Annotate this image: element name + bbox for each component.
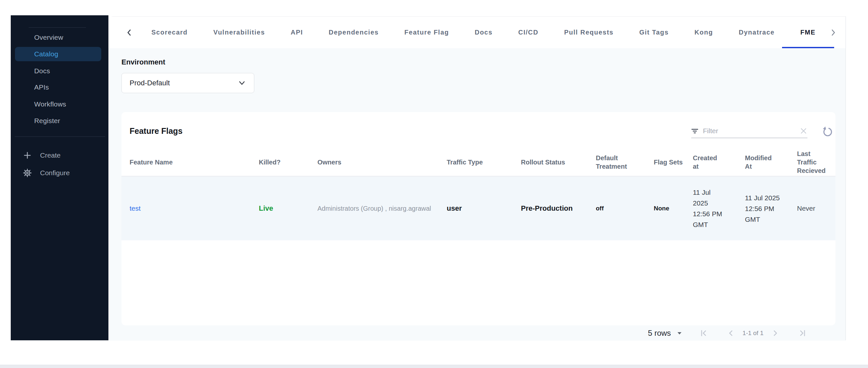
tabs-scroll-left-button[interactable] bbox=[123, 28, 136, 37]
cell-traffic-type: user bbox=[439, 176, 513, 240]
sidebar-item-catalog[interactable]: Catalog bbox=[15, 47, 101, 61]
feature-flags-table: Feature Name Killed? Owners Traffic Type… bbox=[121, 149, 835, 240]
sidebar-divider-bottom bbox=[14, 136, 105, 137]
tab-docs[interactable]: Docs bbox=[475, 17, 493, 48]
column-header-flag-sets: Flag Sets bbox=[646, 149, 685, 176]
sidebar-item-label: Overview bbox=[34, 34, 63, 41]
cell-feature-name: test bbox=[121, 176, 251, 240]
column-header-rollout-status: Rollout Status bbox=[513, 149, 588, 176]
cell-owners: Administrators (Group) , nisarg.agrawal bbox=[309, 176, 439, 240]
sidebar-item-label: Register bbox=[34, 117, 60, 125]
tab-dynatrace[interactable]: Dynatrace bbox=[739, 17, 775, 48]
chevron-right-icon bbox=[830, 28, 837, 37]
tabs-scroll-right-button[interactable] bbox=[827, 28, 840, 37]
main-panel: Scorecard Vulnerabilities API Dependenci… bbox=[108, 16, 846, 340]
tab-pull-requests[interactable]: Pull Requests bbox=[564, 17, 614, 48]
cell-last-traffic: Never bbox=[789, 176, 835, 240]
column-header-default-treatment: Default Treatment bbox=[588, 149, 646, 176]
filter-field bbox=[691, 124, 807, 138]
tabs: Scorecard Vulnerabilities API Dependenci… bbox=[151, 17, 815, 48]
table-row: test Live Administrators (Group) , nisar… bbox=[121, 176, 835, 240]
sidebar-create-label: Create bbox=[40, 151, 61, 159]
environment-select[interactable]: Prod-Default bbox=[121, 73, 254, 93]
refresh-button[interactable] bbox=[821, 125, 834, 138]
first-page-icon bbox=[699, 329, 708, 338]
sidebar-configure-label: Configure bbox=[40, 169, 70, 177]
rows-per-page-value: 5 rows bbox=[648, 329, 671, 338]
tab-git-tags[interactable]: Git Tags bbox=[639, 17, 669, 48]
tab-dependencies[interactable]: Dependencies bbox=[329, 17, 379, 48]
cell-created-at: 11 Jul 2025 12:56 PM GMT bbox=[685, 176, 737, 240]
sidebar-divider-top bbox=[29, 27, 86, 28]
next-page-button[interactable] bbox=[769, 329, 782, 338]
filter-icon bbox=[691, 128, 699, 134]
sidebar: Overview Catalog Docs APIs Workflows Reg… bbox=[11, 15, 108, 340]
sidebar-item-docs[interactable]: Docs bbox=[11, 64, 108, 78]
card-title: Feature Flags bbox=[130, 126, 183, 136]
sidebar-item-label: Workflows bbox=[34, 100, 66, 108]
pagination-range-label: 1-1 of 1 bbox=[743, 330, 764, 337]
cell-default-treatment: off bbox=[588, 176, 646, 240]
column-header-last-traffic-recieved: Last Traffic Recieved bbox=[789, 149, 835, 176]
column-header-created-at: Created at bbox=[685, 149, 737, 176]
environment-selected-value: Prod-Default bbox=[130, 79, 170, 87]
sidebar-item-workflows[interactable]: Workflows bbox=[11, 97, 108, 111]
tab-api[interactable]: API bbox=[291, 17, 303, 48]
chevron-down-icon bbox=[238, 80, 246, 86]
tab-kong[interactable]: Kong bbox=[694, 17, 713, 48]
gear-icon bbox=[23, 168, 32, 178]
sidebar-item-label: APIs bbox=[34, 83, 49, 91]
sidebar-item-register[interactable]: Register bbox=[11, 114, 108, 128]
cell-killed: Live bbox=[251, 176, 309, 240]
content-area: Environment Prod-Default Feature Flags bbox=[108, 48, 845, 341]
tab-feature-flag[interactable]: Feature Flag bbox=[404, 17, 449, 48]
sidebar-item-label: Catalog bbox=[34, 50, 58, 58]
table-header-row: Feature Name Killed? Owners Traffic Type… bbox=[121, 149, 835, 176]
feature-name-link[interactable]: test bbox=[130, 205, 141, 212]
environment-label: Environment bbox=[121, 58, 165, 66]
column-header-feature-name: Feature Name bbox=[121, 149, 251, 176]
cell-rollout-status: Pre-Production bbox=[513, 176, 588, 240]
sidebar-item-overview[interactable]: Overview bbox=[11, 30, 108, 44]
rows-per-page-select[interactable]: 5 rows bbox=[648, 329, 682, 338]
bottom-edge-divider bbox=[0, 365, 868, 368]
dropdown-caret-icon bbox=[677, 332, 682, 335]
column-header-killed: Killed? bbox=[251, 149, 309, 176]
last-page-button[interactable] bbox=[796, 329, 809, 338]
clear-filter-icon[interactable] bbox=[800, 127, 807, 135]
tab-scorecard[interactable]: Scorecard bbox=[151, 17, 188, 48]
chevron-left-icon bbox=[726, 329, 736, 338]
sidebar-create-button[interactable]: Create bbox=[11, 148, 108, 163]
pagination-bar: 5 rows 1-1 of 1 bbox=[108, 325, 845, 341]
refresh-icon bbox=[821, 125, 834, 138]
previous-page-button[interactable] bbox=[724, 329, 738, 338]
feature-flags-card: Feature Flags bbox=[121, 112, 835, 325]
filter-input[interactable] bbox=[703, 127, 795, 135]
cell-flag-sets: None bbox=[646, 176, 685, 240]
column-header-traffic-type: Traffic Type bbox=[439, 149, 513, 176]
column-header-owners: Owners bbox=[309, 149, 439, 176]
tab-vulnerabilities[interactable]: Vulnerabilities bbox=[213, 17, 265, 48]
chevron-right-icon bbox=[771, 329, 780, 338]
tab-fme[interactable]: FME bbox=[800, 17, 815, 48]
first-page-button[interactable] bbox=[697, 329, 710, 338]
sidebar-item-apis[interactable]: APIs bbox=[11, 80, 108, 94]
sidebar-item-label: Docs bbox=[34, 67, 50, 75]
plus-icon bbox=[23, 151, 32, 160]
sidebar-configure-button[interactable]: Configure bbox=[11, 165, 108, 180]
cell-modified-at: 11 Jul 2025 12:56 PM GMT bbox=[737, 176, 789, 240]
chevron-left-icon bbox=[126, 28, 133, 37]
last-page-icon bbox=[798, 329, 807, 338]
tab-cicd[interactable]: CI/CD bbox=[518, 17, 538, 48]
column-header-modified-at: Modified At bbox=[737, 149, 789, 176]
tab-bar: Scorecard Vulnerabilities API Dependenci… bbox=[108, 17, 845, 48]
